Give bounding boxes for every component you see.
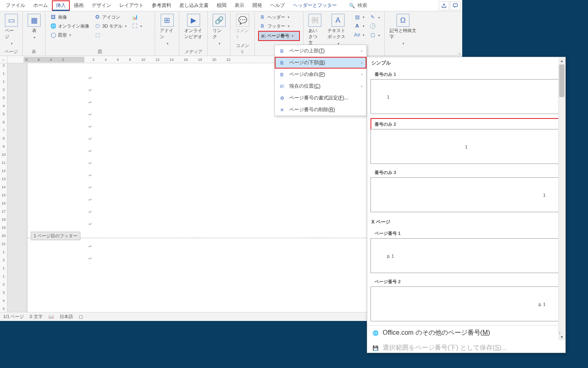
omega-icon: Ω (396, 14, 409, 27)
status-page[interactable]: 1/1 ページ (3, 314, 24, 320)
paragraph-mark: ↵ (88, 112, 92, 117)
paragraph-mark: ↵ (88, 209, 92, 215)
cube-icon: ⬡ (94, 23, 101, 29)
chevron-right-icon: › (361, 49, 362, 53)
menu-page-margins[interactable]: 🗎 ページの余白(P) › (275, 69, 366, 80)
tab-review[interactable]: 校閲 (213, 0, 230, 11)
tab-file[interactable]: ファイル (2, 0, 29, 11)
footer-button[interactable]: 🗎フッター (258, 22, 300, 30)
search-box[interactable]: 🔍 検索 (349, 2, 367, 9)
menu-format-page-numbers[interactable]: ⚙ ページ番号の書式設定(F)... (275, 92, 366, 104)
chevron-right-icon: › (361, 72, 362, 77)
tab-help[interactable]: ヘルプ (266, 0, 289, 11)
gallery-item-label: 番号のみ 2 (370, 120, 562, 129)
chart-button[interactable]: 📊 (130, 13, 143, 21)
comment-button[interactable]: 💬コメント (234, 13, 251, 41)
comments-button[interactable] (450, 1, 461, 10)
screenshot-button[interactable]: ⛶ (130, 22, 143, 30)
status-language[interactable]: 日本語 (60, 314, 73, 320)
addins-button[interactable]: ⊞アドイン (158, 13, 176, 46)
tab-headerfooter-context[interactable]: ヘッダーとフッター (289, 0, 341, 11)
tab-home[interactable]: ホーム (29, 0, 52, 11)
footer-icon: 🗎 (259, 23, 266, 29)
scroll-up-arrow[interactable]: ▲ (558, 57, 565, 64)
tab-references[interactable]: 参考資料 (148, 0, 175, 11)
chevron-right-icon: › (559, 331, 560, 335)
search-label: 検索 (358, 2, 367, 9)
shapes-button[interactable]: ◯図形 (49, 31, 90, 39)
icons-button[interactable]: ✪アイコン (93, 13, 128, 21)
gallery-office-more[interactable]: 🌐 Office.com のその他のページ番号(M) › (367, 325, 565, 340)
tab-mailings[interactable]: 差し込み文書 (175, 0, 213, 11)
table-icon: ▦ (28, 14, 41, 27)
tab-layout[interactable]: レイアウト (115, 0, 148, 11)
tab-design[interactable]: デザイン (88, 0, 115, 11)
save-icon: 💾 (372, 345, 379, 351)
paragraph-mark: ↵ (88, 244, 92, 249)
menu-bottom-of-page[interactable]: 🗎 ページの下部(B) › (275, 57, 366, 69)
menu-top-of-page[interactable]: 🗎 ページの上部(T) › (275, 45, 366, 57)
datetime-button[interactable]: 🕒 (368, 22, 381, 30)
smartart-icon: ⬚ (94, 32, 101, 38)
picture-button[interactable]: 🖼画像 (49, 13, 90, 21)
gallery-section-xpage: X ページ (367, 216, 565, 228)
video-icon: ▶ (187, 14, 200, 27)
share-button[interactable] (439, 1, 449, 10)
preview-number: 1 (387, 95, 390, 99)
menu-remove-page-numbers[interactable]: ✕ ページ番号の削除(R) (275, 104, 366, 116)
3dmodels-button[interactable]: ⬡3D モデル (93, 22, 128, 30)
format-icon: ⚙ (279, 95, 285, 101)
ruler-vertical[interactable]: 2112345678910111213141516171819202112112… (0, 63, 7, 312)
macro-icon[interactable]: ▢ (79, 314, 83, 319)
spellcheck-icon[interactable]: 📖 (48, 314, 54, 319)
dropcap-button[interactable]: A≡ (353, 31, 366, 39)
online-picture-button[interactable]: 🌐オンライン画像 (49, 22, 90, 30)
group-addins-label (158, 54, 176, 55)
menu-current-position[interactable]: #⃣ 現在の位置(C) › (275, 80, 366, 92)
comment-icon: 💬 (236, 14, 249, 27)
links-button[interactable]: 🔗リンク (211, 13, 227, 46)
current-position-icon: #⃣ (279, 83, 285, 90)
scroll-thumb[interactable] (559, 65, 564, 97)
pages-button[interactable]: ▭ページ (3, 13, 19, 46)
wordart-button[interactable]: A (353, 22, 366, 30)
tab-draw[interactable]: 描画 (70, 0, 88, 11)
picture-icon: 🖼 (50, 14, 56, 20)
online-video-button[interactable]: ▶オンラインビデオ (183, 13, 204, 41)
group-illustrations-label: 図 (49, 48, 151, 55)
tab-developer[interactable]: 開発 (248, 0, 266, 11)
gallery-item-number-only-2[interactable]: 番号のみ 2 1 (370, 118, 562, 164)
status-word-count[interactable]: 0 文字 (30, 314, 42, 320)
gallery-item-page-number-2[interactable]: ページ番号 2 p. 1 (370, 277, 562, 321)
group-tables-label: 表 (26, 48, 42, 55)
paragraph-mark: ↵ (88, 136, 92, 142)
gallery-item-page-number-1[interactable]: ページ番号 1 p. 1 (370, 229, 562, 273)
greeting-icon: 例 (308, 14, 321, 27)
tab-insert[interactable]: 挿入 (52, 0, 70, 11)
remove-icon: ✕ (279, 107, 285, 113)
chevron-right-icon: › (361, 84, 362, 88)
symbols-button[interactable]: Ω記号と特殊文字 (388, 13, 418, 46)
textbox-button[interactable]: Aテキストボックス (326, 13, 350, 46)
preview-number: 1 (543, 193, 545, 198)
quickparts-button[interactable]: ▤ (353, 13, 366, 21)
gallery-item-number-only-1[interactable]: 番号のみ 1 1 (370, 70, 562, 114)
gallery-item-number-only-3[interactable]: 番号のみ 3 1 (370, 168, 562, 212)
signature-button[interactable]: ✎ (368, 13, 381, 21)
smartart-button[interactable]: ⬚ (93, 31, 128, 39)
gallery-scrollbar[interactable]: ▲ ▼ (558, 57, 565, 340)
group-symbols-label (388, 54, 418, 55)
group-comments-label: コメント (234, 42, 251, 55)
header-button[interactable]: 🗎ヘッダー (258, 13, 300, 21)
gallery-item-label: 番号のみ 1 (370, 70, 562, 79)
page-number-button[interactable]: #⃣ページ番号 (258, 31, 300, 41)
footer-tag: 1 ページ目のフッター (31, 232, 80, 240)
tab-view[interactable]: 表示 (230, 0, 248, 11)
object-button[interactable]: ▢ (368, 31, 381, 39)
preview-number: p. 1 (387, 254, 394, 258)
paragraph-mark: ↵ (88, 88, 92, 93)
addins-icon: ⊞ (161, 14, 174, 27)
chart-icon: 📊 (131, 14, 138, 20)
table-button[interactable]: ▦表 (26, 13, 42, 40)
object-icon: ▢ (369, 32, 376, 38)
